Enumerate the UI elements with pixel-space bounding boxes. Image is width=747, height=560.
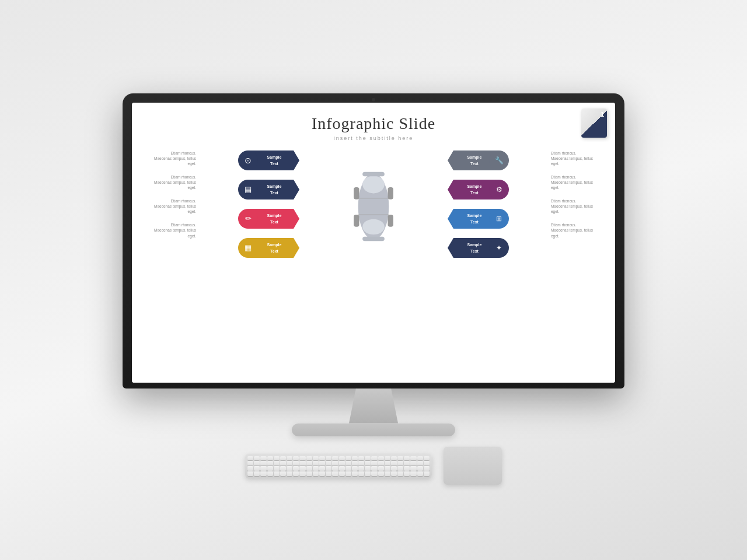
keyboard[interactable]: // Inline key rendering const kb = docum… <box>245 454 432 478</box>
key[interactable] <box>391 461 397 466</box>
key[interactable] <box>378 461 384 466</box>
key[interactable] <box>345 461 351 466</box>
trackpad[interactable] <box>444 447 502 485</box>
key[interactable] <box>267 456 273 461</box>
key[interactable] <box>274 466 280 471</box>
key[interactable] <box>358 471 364 476</box>
key[interactable] <box>404 456 410 461</box>
key[interactable] <box>397 456 403 461</box>
key[interactable] <box>293 461 299 466</box>
key[interactable] <box>358 456 364 461</box>
key[interactable] <box>410 466 416 471</box>
key[interactable] <box>280 466 286 471</box>
key[interactable] <box>260 456 266 461</box>
key[interactable] <box>339 456 345 461</box>
key[interactable] <box>274 471 280 476</box>
key[interactable] <box>313 471 319 476</box>
key[interactable] <box>267 461 273 466</box>
key[interactable] <box>274 456 280 461</box>
key[interactable] <box>332 456 338 461</box>
key[interactable] <box>371 471 377 476</box>
key[interactable] <box>345 456 351 461</box>
key[interactable] <box>293 466 299 471</box>
key[interactable] <box>345 466 351 471</box>
key[interactable] <box>274 461 280 466</box>
key[interactable] <box>299 456 305 461</box>
key[interactable] <box>410 461 416 466</box>
key[interactable] <box>267 466 273 471</box>
key[interactable] <box>352 456 358 461</box>
key[interactable] <box>247 466 253 471</box>
key[interactable] <box>313 456 319 461</box>
key[interactable] <box>365 466 371 471</box>
key[interactable] <box>424 466 430 471</box>
key[interactable] <box>385 461 390 466</box>
key[interactable] <box>358 466 364 471</box>
key[interactable] <box>299 466 305 471</box>
key[interactable] <box>385 466 390 471</box>
key[interactable] <box>365 461 371 466</box>
key[interactable] <box>417 461 423 466</box>
key[interactable] <box>260 461 266 466</box>
key[interactable] <box>254 471 260 476</box>
key[interactable] <box>424 456 430 461</box>
key[interactable] <box>378 471 384 476</box>
key[interactable] <box>306 466 312 471</box>
key[interactable] <box>306 471 312 476</box>
key[interactable] <box>313 461 319 466</box>
key[interactable] <box>371 456 377 461</box>
key[interactable] <box>280 471 286 476</box>
key[interactable] <box>326 456 331 461</box>
key[interactable] <box>385 456 390 461</box>
key[interactable] <box>299 471 305 476</box>
key[interactable] <box>371 466 377 471</box>
key[interactable] <box>247 471 253 476</box>
key[interactable] <box>397 471 403 476</box>
key[interactable] <box>352 471 358 476</box>
key[interactable] <box>280 456 286 461</box>
key[interactable] <box>378 466 384 471</box>
key[interactable] <box>260 471 266 476</box>
key[interactable] <box>247 461 253 466</box>
key[interactable] <box>287 461 292 466</box>
key[interactable] <box>313 466 319 471</box>
key[interactable] <box>410 471 416 476</box>
key[interactable] <box>247 456 253 461</box>
key[interactable] <box>254 456 260 461</box>
key[interactable] <box>319 461 325 466</box>
key[interactable] <box>352 466 358 471</box>
key[interactable] <box>371 461 377 466</box>
key[interactable] <box>345 471 351 476</box>
key[interactable] <box>267 471 273 476</box>
key[interactable] <box>404 471 410 476</box>
key[interactable] <box>397 461 403 466</box>
key[interactable] <box>424 471 430 476</box>
key[interactable] <box>332 471 338 476</box>
key[interactable] <box>404 461 410 466</box>
key[interactable] <box>424 461 430 466</box>
key[interactable] <box>404 466 410 471</box>
key[interactable] <box>260 466 266 471</box>
key[interactable] <box>391 466 397 471</box>
key[interactable] <box>299 461 305 466</box>
key[interactable] <box>417 466 423 471</box>
key[interactable] <box>339 466 345 471</box>
key[interactable] <box>306 456 312 461</box>
key[interactable] <box>326 461 331 466</box>
key[interactable] <box>287 466 292 471</box>
key[interactable] <box>293 471 299 476</box>
key[interactable] <box>254 466 260 471</box>
key[interactable] <box>365 456 371 461</box>
key[interactable] <box>358 461 364 466</box>
key[interactable] <box>397 466 403 471</box>
key[interactable] <box>254 461 260 466</box>
key[interactable] <box>287 456 292 461</box>
key[interactable] <box>319 471 325 476</box>
key[interactable] <box>339 461 345 466</box>
key[interactable] <box>339 471 345 476</box>
key[interactable] <box>352 461 358 466</box>
key[interactable] <box>319 466 325 471</box>
key[interactable] <box>332 466 338 471</box>
key[interactable] <box>410 456 416 461</box>
key[interactable] <box>332 461 338 466</box>
